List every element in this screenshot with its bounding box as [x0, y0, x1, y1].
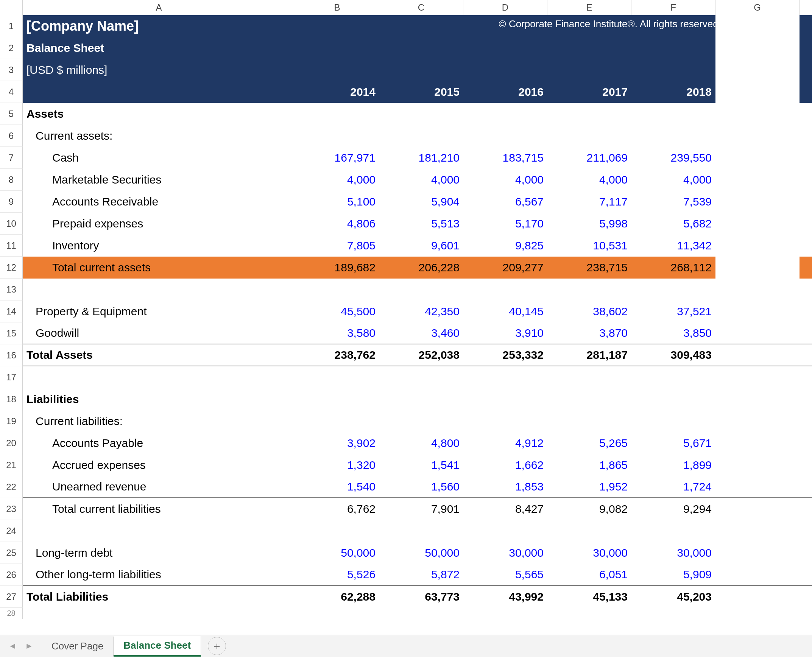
- inv-2018[interactable]: 11,342: [631, 235, 715, 257]
- tca-2016[interactable]: 209,277: [463, 257, 547, 279]
- cell-E19[interactable]: [547, 410, 631, 432]
- row-header-14[interactable]: 14: [0, 300, 23, 322]
- row-24-cells[interactable]: [23, 520, 812, 542]
- total-assets-label[interactable]: Total Assets: [23, 344, 295, 366]
- cash-label[interactable]: Cash: [23, 147, 295, 169]
- unearned-revenue-label[interactable]: Unearned revenue: [23, 476, 295, 497]
- row-header-13[interactable]: 13: [0, 279, 23, 300]
- cell-G6[interactable]: [715, 125, 800, 147]
- col-header-B[interactable]: B: [295, 0, 379, 15]
- gw-2015[interactable]: 3,460: [379, 322, 463, 344]
- row-header-15[interactable]: 15: [0, 322, 23, 344]
- ltd-2014[interactable]: 50,000: [295, 542, 379, 564]
- gw-2018[interactable]: 3,850: [631, 322, 715, 344]
- cell-E6[interactable]: [547, 125, 631, 147]
- row-2-cells[interactable]: Balance Sheet: [23, 37, 812, 59]
- cell-A4[interactable]: [23, 81, 295, 103]
- cell-G12[interactable]: [715, 257, 800, 279]
- sheet-title-cell[interactable]: Balance Sheet: [23, 37, 295, 59]
- gw-2016[interactable]: 3,910: [463, 322, 547, 344]
- cell-G7[interactable]: [715, 147, 800, 169]
- row-header-4[interactable]: 4: [0, 81, 23, 103]
- ms-2017[interactable]: 4,000: [547, 169, 631, 191]
- cell-A17[interactable]: [23, 366, 295, 388]
- cell-G22[interactable]: [715, 476, 800, 497]
- cell-B17[interactable]: [295, 366, 379, 388]
- cash-2015[interactable]: 181,210: [379, 147, 463, 169]
- ppe-2018[interactable]: 37,521: [631, 300, 715, 322]
- goodwill-label[interactable]: Goodwill: [23, 322, 295, 344]
- row-header-23[interactable]: 23: [0, 498, 23, 520]
- cell-B5[interactable]: [295, 103, 379, 125]
- inv-2016[interactable]: 9,825: [463, 235, 547, 257]
- ur-2015[interactable]: 1,560: [379, 476, 463, 497]
- cell-F24[interactable]: [631, 520, 715, 542]
- tl-2015[interactable]: 63,773: [379, 586, 463, 608]
- company-name-cell[interactable]: [Company Name]: [23, 15, 295, 37]
- current-liabilities-label[interactable]: Current liabilities:: [23, 410, 295, 432]
- cell-F2[interactable]: [631, 37, 715, 59]
- cell-G21[interactable]: [715, 454, 800, 476]
- cash-2014[interactable]: 167,971: [295, 147, 379, 169]
- row-header-22[interactable]: 22: [0, 476, 23, 498]
- cell-G23[interactable]: [715, 498, 800, 520]
- ar-2015[interactable]: 5,904: [379, 191, 463, 213]
- cell-B6[interactable]: [295, 125, 379, 147]
- select-all-corner[interactable]: [0, 0, 23, 15]
- ppe-2014[interactable]: 45,500: [295, 300, 379, 322]
- ppe-2017[interactable]: 38,602: [547, 300, 631, 322]
- cell-C2[interactable]: [379, 37, 463, 59]
- tl-2018[interactable]: 45,203: [631, 586, 715, 608]
- cell-G19[interactable]: [715, 410, 800, 432]
- cell-E24[interactable]: [547, 520, 631, 542]
- add-sheet-button[interactable]: ＋: [208, 637, 226, 655]
- row-15-cells[interactable]: Goodwill 3,580 3,460 3,910 3,870 3,850: [23, 322, 812, 344]
- cell-G26[interactable]: [715, 564, 800, 585]
- ms-2015[interactable]: 4,000: [379, 169, 463, 191]
- row-header-7[interactable]: 7: [0, 147, 23, 169]
- row-11-cells[interactable]: Inventory 7,805 9,601 9,825 10,531 11,34…: [23, 235, 812, 257]
- ap-2017[interactable]: 5,265: [547, 432, 631, 454]
- pe-2017[interactable]: 5,998: [547, 213, 631, 235]
- row-28-cells[interactable]: [23, 608, 812, 619]
- tca-2014[interactable]: 189,682: [295, 257, 379, 279]
- ap-2016[interactable]: 4,912: [463, 432, 547, 454]
- tab-balance-sheet[interactable]: Balance Sheet: [114, 636, 201, 657]
- row-3-cells[interactable]: [USD $ millions]: [23, 59, 812, 81]
- cell-C3[interactable]: [379, 59, 463, 81]
- cell-F17[interactable]: [631, 366, 715, 388]
- cash-2017[interactable]: 211,069: [547, 147, 631, 169]
- ppe-2015[interactable]: 42,350: [379, 300, 463, 322]
- accrued-expenses-label[interactable]: Accrued expenses: [23, 454, 295, 476]
- cell-C28[interactable]: [379, 608, 463, 619]
- year-2017[interactable]: 2017: [547, 81, 631, 103]
- cell-C5[interactable]: [379, 103, 463, 125]
- row-header-3[interactable]: 3: [0, 59, 23, 81]
- cash-2018[interactable]: 239,550: [631, 147, 715, 169]
- tl-2014[interactable]: 62,288: [295, 586, 379, 608]
- prepaid-expenses-label[interactable]: Prepaid expenses: [23, 213, 295, 235]
- cell-B19[interactable]: [295, 410, 379, 432]
- row-5-cells[interactable]: Assets: [23, 103, 812, 125]
- cell-G24[interactable]: [715, 520, 800, 542]
- ae-2018[interactable]: 1,899: [631, 454, 715, 476]
- tab-nav-next-icon[interactable]: ►: [23, 641, 36, 651]
- cell-B24[interactable]: [295, 520, 379, 542]
- col-header-A[interactable]: A: [23, 0, 295, 15]
- year-2016[interactable]: 2016: [463, 81, 547, 103]
- row-22-cells[interactable]: Unearned revenue 1,540 1,560 1,853 1,952…: [23, 476, 812, 498]
- tcl-2018[interactable]: 9,294: [631, 498, 715, 520]
- ar-2014[interactable]: 5,100: [295, 191, 379, 213]
- row-header-9[interactable]: 9: [0, 191, 23, 213]
- units-cell[interactable]: [USD $ millions]: [23, 59, 295, 81]
- cash-2016[interactable]: 183,715: [463, 147, 547, 169]
- cell-F5[interactable]: [631, 103, 715, 125]
- cell-C18[interactable]: [379, 388, 463, 410]
- row-header-26[interactable]: 26: [0, 564, 23, 586]
- cell-F28[interactable]: [631, 608, 715, 619]
- cell-E3[interactable]: [547, 59, 631, 81]
- other-lt-liabilities-label[interactable]: Other long-term liabilities: [23, 564, 295, 585]
- gw-2017[interactable]: 3,870: [547, 322, 631, 344]
- total-current-liabilities-label[interactable]: Total current liabilities: [23, 498, 295, 520]
- row-header-25[interactable]: 25: [0, 542, 23, 564]
